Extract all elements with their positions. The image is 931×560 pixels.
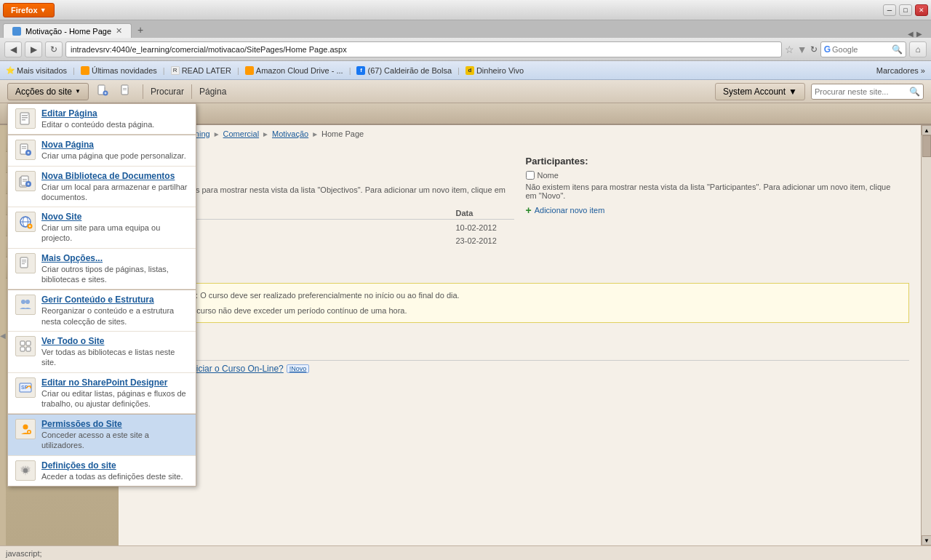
participantes-col-nome: Nome xyxy=(538,171,559,180)
add-participante-label[interactable]: Adicionar novo item xyxy=(535,206,605,215)
curso-row-2-data: 23-02-2012 xyxy=(456,236,514,247)
svg-rect-27 xyxy=(22,263,25,264)
back-button[interactable]: ◀ xyxy=(4,41,22,57)
active-tab[interactable]: Motivação - Home Page ✕ xyxy=(3,23,132,38)
bookmark-dinheiro[interactable]: d Dinheiro Vivo xyxy=(466,66,524,75)
bookmark-mais-visitados[interactable]: ⭐ Mais visitados xyxy=(6,66,67,75)
menu-title-definicoes: Definições do site xyxy=(41,460,188,471)
menu-desc-permissoes: Conceder acesso a este site a utilizador… xyxy=(41,430,188,451)
close-button[interactable]: ✕ xyxy=(915,4,928,16)
menu-desc-editar-sp: Criar ou editar listas, páginas e fluxos… xyxy=(41,388,188,409)
bookmark-caldeiaro[interactable]: f (67) Caldeirão de Bolsa xyxy=(356,66,452,75)
menu-item-editar-pagina[interactable]: Editar Página Editar o conteúdo desta pá… xyxy=(8,104,196,135)
menu-text-nova-biblioteca: Nova Biblioteca de Documentos Criar um l… xyxy=(41,171,188,203)
system-account-button[interactable]: System Account ▼ xyxy=(715,83,805,100)
google-search-input[interactable] xyxy=(832,45,890,54)
menu-item-definicoes[interactable]: Definições do site Aceder a todas as def… xyxy=(8,456,196,486)
bookmark-dinheiro-icon: d xyxy=(466,66,474,75)
bookmark-sep-4: | xyxy=(349,66,351,75)
system-account-arrow-icon: ▼ xyxy=(788,87,797,97)
google-logo: G xyxy=(824,44,831,55)
menu-item-nova-biblioteca[interactable]: Nova Biblioteca de Documentos Criar um l… xyxy=(8,167,196,208)
bookmark-ultimas-icon xyxy=(81,66,89,75)
participantes-empty-text: Não existem itens para mostrar nesta vis… xyxy=(526,183,904,200)
address-bar[interactable] xyxy=(65,41,782,57)
add-participante-link[interactable]: + Adicionar novo item xyxy=(526,204,904,216)
participantes-section: Participantes: Nome Não existem itens pa… xyxy=(520,150,910,270)
recommendation-text-1: Recomendação: O curso deve ser realizado… xyxy=(140,289,900,302)
page-refresh-icon[interactable]: ↻ xyxy=(810,44,818,55)
menu-item-nova-pagina[interactable]: Nova Página Criar uma página que pode pe… xyxy=(8,135,196,166)
forum-item-1[interactable]: Quando posso iniciar o Curso On-Line? !N… xyxy=(130,364,909,374)
forum-section: Forum: Assunto Quando posso iniciar o Cu… xyxy=(119,329,921,380)
edit-page-icon-button[interactable] xyxy=(116,82,135,100)
bookmark-sep-1: | xyxy=(73,66,75,75)
menu-text-novo-site: Novo Site Criar um site para uma equipa … xyxy=(41,212,188,244)
menu-icon-gerir-conteudo xyxy=(15,295,36,315)
site-search-button[interactable]: 🔍 xyxy=(909,87,920,97)
nav-bar: ◀ ▶ ↻ ☆ ▼ ↻ G 🔍 ⌂ xyxy=(0,38,931,61)
tab-scroll-left[interactable]: ◀ xyxy=(908,30,914,38)
menu-item-permissoes[interactable]: Permissões do Site Conceder acesso a est… xyxy=(8,414,196,456)
menu-item-novo-site[interactable]: Novo Site Criar um site para uma equipa … xyxy=(8,207,196,249)
bookmark-ultimas[interactable]: Últimas novidades xyxy=(81,66,157,75)
svg-rect-51 xyxy=(123,89,127,90)
menu-icon-editar-sp: SP xyxy=(15,377,36,398)
refresh-button[interactable]: ↻ xyxy=(45,41,63,57)
site-actions-button[interactable]: Acções do site ▼ xyxy=(7,83,89,100)
new-page-icon-button[interactable] xyxy=(93,82,112,100)
menu-text-nova-pagina: Nova Página Criar uma página que pode pe… xyxy=(41,140,188,161)
bookmark-list-icon[interactable]: ▼ xyxy=(797,44,807,55)
svg-rect-1 xyxy=(22,115,28,116)
site-actions-label: Acções do site xyxy=(15,87,72,97)
toolbar-divider-2 xyxy=(191,84,192,99)
main-content: lactogal ► E-Learning ► Comercial ► Moti… xyxy=(119,125,921,545)
menu-desc-definicoes: Aceder a todas as definições deste site. xyxy=(41,471,188,481)
tab-title: Motivação - Home Page xyxy=(25,27,111,36)
svg-rect-7 xyxy=(22,148,26,149)
scroll-down-button[interactable]: ▼ xyxy=(922,535,931,545)
menu-desc-mais-opcoes: Criar outros tipos de páginas, listas, b… xyxy=(41,264,188,285)
title-bar: Firefox ▼ ─ □ ✕ xyxy=(0,0,931,20)
pagina-button[interactable]: Página xyxy=(199,87,226,97)
participantes-select-all[interactable] xyxy=(526,171,535,180)
tab-scroll-right[interactable]: ▶ xyxy=(916,30,922,38)
new-tab-button[interactable]: + xyxy=(132,22,149,38)
procurar-button[interactable]: Procurar xyxy=(151,87,184,97)
bookmark-mais-visitados-label: Mais visitados xyxy=(17,66,67,75)
sidebar-collapse-tab[interactable]: ◀ xyxy=(0,125,6,545)
marcadores-button[interactable]: Marcadores » xyxy=(876,66,925,75)
svg-point-42 xyxy=(23,468,28,473)
menu-icon-definicoes xyxy=(15,460,36,481)
google-search-button[interactable]: 🔍 xyxy=(892,44,903,55)
menu-icon-ver-todo-site xyxy=(15,336,36,356)
breadcrumb-motivacao[interactable]: Motivação xyxy=(272,129,308,138)
menu-icon-nova-pagina xyxy=(15,140,36,160)
svg-rect-24 xyxy=(20,257,28,268)
bookmark-amazon[interactable]: Amazon Cloud Drive - ... xyxy=(245,66,343,75)
home-button[interactable]: ⌂ xyxy=(909,41,927,57)
firefox-button[interactable]: Firefox ▼ xyxy=(3,3,55,17)
svg-rect-23 xyxy=(30,225,31,228)
minimize-button[interactable]: ─ xyxy=(883,4,896,16)
breadcrumb-comercial[interactable]: Comercial xyxy=(223,129,260,138)
svg-rect-26 xyxy=(22,261,26,262)
right-scrollbar[interactable]: ▲ ▼ xyxy=(921,125,931,545)
tab-close-icon[interactable]: ✕ xyxy=(116,26,122,36)
site-search-input[interactable] xyxy=(815,87,909,96)
menu-item-mais-opcoes[interactable]: Mais Opções... Criar outros tipos de pág… xyxy=(8,249,196,290)
menu-item-ver-todo-site[interactable]: Ver Todo o Site Ver todas as bibliotecas… xyxy=(8,332,196,373)
menu-text-gerir-conteudo: Gerir Conteúdo e Estrutura Reorganizar o… xyxy=(41,295,188,327)
menu-title-gerir-conteudo: Gerir Conteúdo e Estrutura xyxy=(41,295,188,305)
bookmark-readlater[interactable]: R READ LATER xyxy=(171,66,231,75)
maximize-button[interactable]: □ xyxy=(899,4,912,16)
forward-button[interactable]: ▶ xyxy=(25,41,42,57)
scroll-up-button[interactable]: ▲ xyxy=(922,125,931,135)
bookmark-star-icon[interactable]: ☆ xyxy=(785,44,794,55)
recommendation-box: Recomendação: O curso deve ser realizado… xyxy=(130,283,909,323)
content-grid: Objectivos: Objectivo Não existem itens … xyxy=(119,143,921,277)
menu-item-gerir-conteudo[interactable]: Gerir Conteúdo e Estrutura Reorganizar o… xyxy=(8,289,196,332)
breadcrumb-arrow-3: ► xyxy=(262,130,269,138)
menu-item-editar-sp[interactable]: SP Editar no SharePoint Designer Criar o… xyxy=(8,373,196,415)
scroll-thumb[interactable] xyxy=(922,135,931,157)
